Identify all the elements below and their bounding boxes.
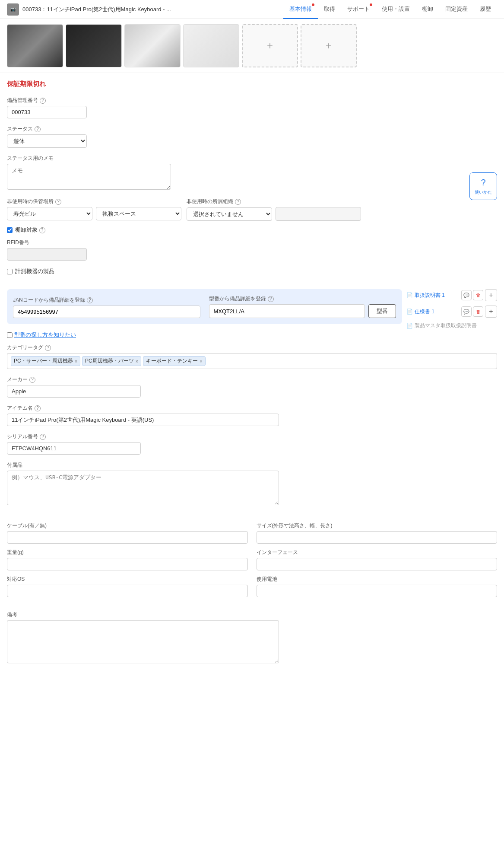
model-help-icon[interactable]: ? — [268, 296, 274, 302]
model-field: 型番から備品詳細を登録 ? 型番 — [209, 295, 396, 318]
weight-label: 重量(g) — [7, 549, 248, 556]
org-label: 非使用時の所属組織 ? — [187, 198, 361, 205]
find-model-label[interactable]: 型番の探し方を知りたい — [14, 331, 76, 339]
maker-help-icon[interactable]: ? — [29, 377, 35, 383]
size-label: サイズ(外形寸法高さ、幅、長さ) — [257, 522, 498, 529]
photo-add-2[interactable]: + — [301, 24, 357, 67]
doc-manual1-actions: 💬 🗑 — [461, 290, 483, 300]
os-input[interactable] — [7, 585, 248, 597]
jan-input[interactable] — [13, 306, 200, 318]
status-label: ステータス ? — [7, 125, 497, 133]
doc-master: 📄 製品マスタ取扱取扱説明書 — [406, 322, 497, 329]
item-id-help-icon[interactable]: ? — [40, 98, 46, 104]
item-name-help-icon[interactable]: ? — [35, 405, 41, 411]
nav-item-kihon[interactable]: 基本情報 — [283, 0, 318, 19]
cable-input[interactable] — [7, 531, 248, 544]
nav-item-shiyo[interactable]: 使用・設置 — [376, 0, 416, 19]
photo-item-2[interactable] — [66, 24, 122, 67]
status-memo-textarea[interactable] — [7, 164, 171, 190]
tag-pc-server-close[interactable]: × — [75, 359, 77, 364]
model-input[interactable] — [209, 304, 365, 318]
tanana-label[interactable]: 棚卸対象 ? — [15, 226, 45, 234]
jan-help-icon[interactable]: ? — [87, 297, 93, 303]
app-header: 📷 000733：11インチiPad Pro(第2世代)用Magic Keybo… — [0, 0, 504, 19]
measure-row: 計測機器の製品 — [7, 267, 497, 275]
storage-space-select[interactable]: 執務スペース — [96, 207, 181, 220]
tag-keyboard-label: キーボード・テンキー — [146, 357, 198, 365]
item-name-input[interactable] — [7, 414, 279, 426]
battery-section: 使用電池 — [257, 576, 498, 597]
doc-spec1-label[interactable]: 仕様書 1 — [415, 308, 460, 315]
notes-textarea[interactable] — [7, 620, 279, 663]
photo-strip: + + — [0, 19, 504, 73]
tanana-row: 棚卸対象 ? — [7, 226, 497, 234]
measure-checkbox[interactable] — [7, 269, 13, 274]
battery-input[interactable] — [257, 585, 498, 597]
accessories-textarea[interactable] — [7, 471, 279, 505]
model-input-row: 型番 — [209, 304, 396, 318]
weight-interface-row: 重量(g) インターフェース — [7, 549, 497, 570]
category-tags-container[interactable]: PC・サーバー・周辺機器 × PC周辺機器・パーツ × キーボード・テンキー × — [7, 353, 497, 369]
size-input[interactable] — [257, 531, 498, 544]
model-search-button[interactable]: 型番 — [368, 304, 396, 318]
item-id-input[interactable] — [7, 106, 87, 118]
tag-pc-server: PC・サーバー・周辺機器 × — [11, 356, 80, 366]
doc-spec1-comment-button[interactable]: 💬 — [461, 306, 472, 317]
maker-label: メーカー ? — [7, 376, 497, 383]
photo-item-4[interactable] — [183, 24, 239, 67]
interface-label: インターフェース — [257, 549, 498, 556]
size-section: サイズ(外形寸法高さ、幅、長さ) — [257, 522, 498, 544]
doc-spec1-add-button[interactable]: + — [485, 306, 497, 318]
storage-building-select[interactable]: 寿光ビル — [7, 207, 92, 220]
status-section: ステータス ? 遊休 使用中 廃棄 修理中 — [7, 125, 497, 148]
storage-section: 非使用時の保管場所 ? 寿光ビル 執務スペース — [7, 198, 181, 221]
tag-pc-parts-close[interactable]: × — [136, 359, 138, 364]
tanana-help-icon[interactable]: ? — [39, 227, 45, 233]
serial-help-icon[interactable]: ? — [40, 434, 46, 440]
storage-help-icon[interactable]: ? — [55, 199, 61, 205]
tag-pc-parts-label: PC周辺機器・パーツ — [85, 357, 134, 365]
nav-list: 基本情報 取得 サポート 使用・設置 棚卸 固定資産 履歴 — [283, 0, 497, 19]
doc-spec1-delete-button[interactable]: 🗑 — [473, 306, 483, 317]
serial-label: シリアル番号 ? — [7, 433, 497, 440]
tag-pc-server-label: PC・サーバー・周辺機器 — [14, 357, 73, 365]
doc-manual1-label[interactable]: 取扱説明書 1 — [415, 292, 460, 299]
category-help-icon[interactable]: ? — [45, 345, 51, 351]
doc-spec1: 📄 仕様書 1 💬 🗑 + — [406, 306, 497, 318]
category-section: カテゴリータグ ? PC・サーバー・周辺機器 × PC周辺機器・パーツ × キー… — [7, 344, 497, 369]
notes-section: 備考 — [7, 611, 497, 665]
maker-section: メーカー ? — [7, 376, 497, 398]
accessories-section: 付属品 — [7, 462, 497, 506]
rfid-input[interactable] — [7, 248, 87, 261]
serial-input[interactable] — [7, 442, 141, 455]
doc-manual1: 📄 取扱説明書 1 💬 🗑 + — [406, 289, 497, 301]
tag-keyboard-close[interactable]: × — [200, 359, 202, 364]
measure-label[interactable]: 計測機器の製品 — [15, 267, 54, 275]
serial-section: シリアル番号 ? — [7, 433, 497, 455]
notes-label: 備考 — [7, 611, 497, 618]
maker-input[interactable] — [7, 385, 141, 398]
jan-section: JANコードから備品詳細を登録 ? 型番から備品詳細を登録 ? 型番 — [7, 289, 402, 324]
org-select[interactable]: 選択されていません — [187, 207, 272, 221]
photo-item-1[interactable] — [7, 24, 63, 67]
interface-input[interactable] — [257, 558, 498, 570]
nav-item-support[interactable]: サポート — [341, 0, 376, 19]
jan-model-area: JANコードから備品詳細を登録 ? 型番から備品詳細を登録 ? 型番 — [7, 289, 497, 324]
doc-manual1-add-button[interactable]: + — [485, 289, 497, 301]
nav-item-shutoku[interactable]: 取得 — [318, 0, 341, 19]
nav-item-kotei[interactable]: 固定資産 — [439, 0, 474, 19]
status-help-icon[interactable]: ? — [35, 126, 41, 132]
status-select[interactable]: 遊休 使用中 廃棄 修理中 — [7, 134, 87, 148]
weight-input[interactable] — [7, 558, 248, 570]
nav-item-tanana[interactable]: 棚卸 — [416, 0, 439, 19]
photo-add-1[interactable]: + — [242, 24, 298, 67]
nav-item-rirekil[interactable]: 履歴 — [474, 0, 497, 19]
find-model-checkbox[interactable] — [7, 332, 13, 338]
doc-manual1-delete-button[interactable]: 🗑 — [473, 290, 483, 300]
doc-manual1-comment-button[interactable]: 💬 — [461, 290, 472, 300]
accessories-label: 付属品 — [7, 462, 497, 469]
org-help-icon[interactable]: ? — [235, 199, 241, 205]
cable-section: ケーブル(有／無) — [7, 522, 248, 544]
tanana-checkbox[interactable] — [7, 227, 13, 233]
photo-item-3[interactable] — [124, 24, 181, 67]
